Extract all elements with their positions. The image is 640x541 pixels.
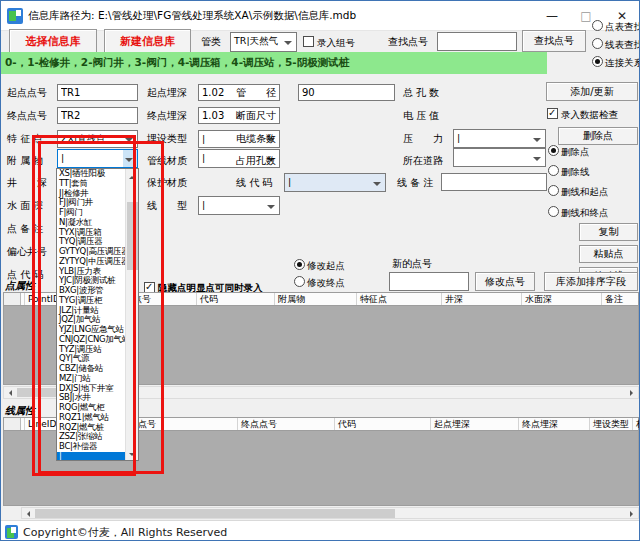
radio-delete-line-label[interactable]: 删除线 (561, 166, 590, 178)
modify-point-button[interactable]: 修改点号 (475, 272, 535, 291)
radio-delete-point[interactable] (548, 145, 559, 156)
dropdown-item[interactable]: RQG|燃气柜 (57, 403, 125, 413)
line-type-label: 线 型 (147, 200, 187, 212)
data-check-label[interactable]: 录入数据检查 (561, 109, 618, 121)
line-type-combo[interactable]: | (198, 196, 280, 215)
pipe-type-label: 管类 (201, 36, 221, 48)
dropdown-item[interactable]: TYZ|调压站 (57, 345, 125, 355)
minimize-button[interactable]: — (535, 1, 569, 31)
radio-delete-line-end[interactable] (548, 206, 559, 217)
dropdown-item[interactable]: QY|气源 (57, 354, 125, 364)
dropdown-item[interactable]: TYX|调压箱 (57, 228, 125, 238)
pressure-combo[interactable]: | (453, 129, 546, 148)
column-header: 代码 (334, 418, 356, 430)
appendage-combo[interactable]: | (57, 149, 138, 168)
column-header: 附属物 (274, 293, 305, 305)
dropdown-scrollbar[interactable] (125, 169, 138, 460)
record-group-checkbox[interactable] (303, 36, 314, 47)
dropdown-item[interactable]: YJC|阴极测试桩 (57, 276, 125, 286)
dropdown-item[interactable]: JLZ|计量站 (57, 306, 125, 316)
dropdown-item[interactable]: RQZ|燃气桩 (57, 423, 125, 433)
add-update-button[interactable]: 添加/更新 (546, 82, 638, 101)
total-holes-label: 总 孔 数 (403, 87, 439, 99)
title-bar: 信息库路径为: E:\管线处理\FG管线处理系统XA\示例数据\信息库.mdb … (1, 1, 639, 31)
delete-point-button[interactable]: 删除点 (558, 127, 638, 145)
column-header: 埋设类型 (589, 418, 629, 430)
dropdown-item[interactable]: CBZ|储备站 (57, 364, 125, 374)
select-database-button[interactable]: 选择信息库 (9, 29, 97, 54)
paste-point-button[interactable]: 粘贴点 (579, 245, 638, 263)
dropdown-item[interactable]: CNJQZ|CNG加气站 (57, 335, 125, 345)
dropdown-item[interactable]: XS|牺牲阳极 (57, 169, 125, 179)
scroll-right-icon[interactable] (626, 508, 638, 518)
point-note-label: 点 备 注 (7, 223, 43, 235)
radio-delete-line-start-label[interactable]: 删线和起点 (561, 186, 609, 198)
dropdown-item[interactable]: YJZ|LNG应急气站 (57, 325, 125, 335)
scrollbar-thumb[interactable] (35, 509, 395, 518)
radio-modify-start[interactable] (294, 259, 305, 270)
dropdown-item[interactable]: | (57, 452, 125, 461)
feature-point-combo[interactable]: ZX|直线点 (57, 130, 138, 148)
well-depth-label: 井 深 (7, 177, 47, 189)
dropdown-item[interactable]: TT|套筒 (57, 179, 125, 189)
diameter-input[interactable] (298, 84, 395, 101)
radio-line-table-search[interactable] (592, 38, 603, 49)
dropdown-item[interactable]: FJ|阀门井 (57, 198, 125, 208)
dropdown-item[interactable]: YLB|压力表 (57, 267, 125, 277)
radio-line-table-search-label[interactable]: 线表查找 (605, 39, 640, 51)
dropdown-item[interactable]: SBJ|水井 (57, 393, 125, 403)
record-group-label[interactable]: 录入组号 (317, 37, 355, 49)
dropdown-item[interactable]: ZSZ|张缩站 (57, 432, 125, 442)
end-point-input[interactable] (57, 107, 138, 124)
dropdown-item[interactable]: ZYTYQ|中压调压器 (57, 257, 125, 267)
new-database-button[interactable]: 新建信息库 (104, 29, 191, 54)
radio-modify-start-label[interactable]: 修改起点 (307, 260, 345, 272)
scroll-up-icon[interactable] (126, 169, 139, 182)
point-table-section-label: 点属性 (5, 279, 35, 293)
dropdown-item[interactable]: BC|补偿器 (57, 442, 125, 452)
dropdown-item[interactable]: BXG|波形管 (57, 286, 125, 296)
road-combo[interactable] (453, 148, 546, 167)
radio-delete-line-start[interactable] (548, 185, 559, 196)
protect-material-label: 保护材质 (147, 177, 187, 189)
radio-point-table-search[interactable] (592, 20, 603, 31)
dropdown-item[interactable]: GYTYQ|高压调压器 (57, 247, 125, 257)
scroll-left-icon[interactable] (4, 387, 16, 398)
dropdown-item[interactable]: TYG|调压柜 (57, 296, 125, 306)
scroll-right-icon[interactable] (626, 387, 638, 398)
dropdown-item[interactable]: DXJS|地下井室 (57, 384, 125, 394)
dropdown-item[interactable]: J|检修井 (57, 189, 125, 199)
dropdown-item[interactable]: JQZ|加气站 (57, 315, 125, 325)
eccentric-well-label: 偏心井号 (7, 246, 47, 258)
data-check-checkbox[interactable] (547, 108, 558, 119)
dropdown-item[interactable]: N|凝水缸 (57, 218, 125, 228)
add-sort-field-button[interactable]: 库添加排序字段 (544, 272, 638, 291)
find-point-button[interactable]: 查找点号 (522, 30, 586, 52)
radio-delete-point-label[interactable]: 删除点 (561, 146, 590, 158)
line-table-hscrollbar[interactable] (21, 507, 639, 519)
appendage-dropdown-list[interactable]: XS|牺牲阳极TT|套筒J|检修井FJ|阀门井F|阀门N|凝水缸TYX|调压箱T… (56, 168, 139, 461)
dropdown-item[interactable]: RQZ1|燃气站 (57, 413, 125, 423)
radio-modify-end-label[interactable]: 修改终点 (307, 277, 345, 289)
copy-button[interactable]: 复制 (579, 223, 638, 241)
radio-point-table-search-label[interactable]: 点表查找 (605, 21, 640, 33)
dropdown-item[interactable]: TYQ|调压器 (57, 237, 125, 247)
scroll-down-icon[interactable] (126, 447, 139, 460)
line-code-combo[interactable]: | (284, 173, 386, 192)
line-note-input[interactable] (441, 173, 547, 191)
pipe-type-combo[interactable]: TR|天然气 (230, 32, 297, 52)
dropdown-item[interactable]: F|阀门 (57, 208, 125, 218)
dropdown-item[interactable]: MZ|门站 (57, 374, 125, 384)
find-point-input[interactable] (437, 32, 517, 51)
radio-connection-relation-label[interactable]: 连接关系 (605, 57, 640, 69)
scroll-left-icon[interactable] (22, 508, 34, 518)
scrollbar-thumb[interactable] (127, 202, 138, 270)
radio-delete-line-end-label[interactable]: 删线和终点 (561, 207, 609, 219)
pressure-label: 压 力 (403, 133, 443, 145)
radio-delete-line[interactable] (548, 165, 559, 176)
start-point-input[interactable] (57, 84, 138, 101)
radio-connection-relation[interactable] (592, 56, 603, 67)
column-header: 材质 (632, 418, 640, 430)
new-point-input[interactable] (389, 272, 469, 291)
radio-modify-end[interactable] (294, 276, 305, 287)
